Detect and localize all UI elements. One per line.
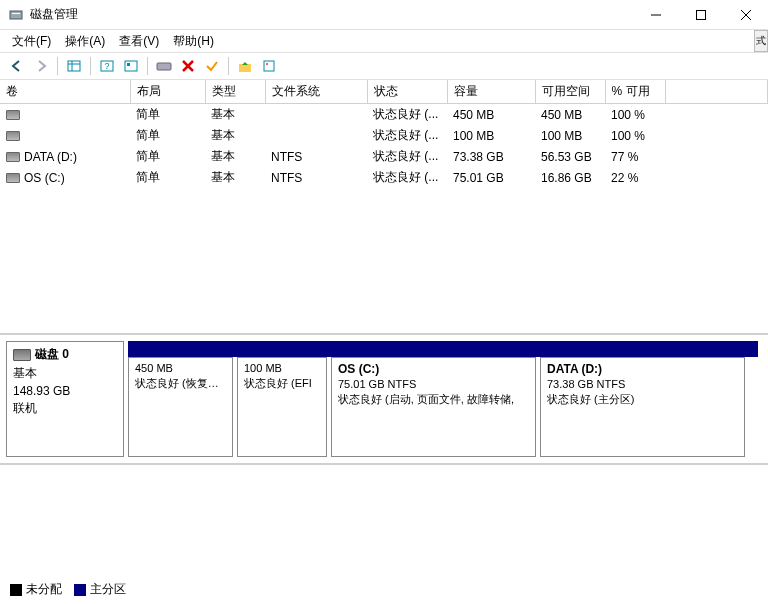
partition-title: OS (C:) [338, 362, 529, 376]
partition[interactable]: 100 MB状态良好 (EFI [237, 357, 327, 457]
col-status[interactable]: 状态 [367, 80, 447, 104]
delete-icon[interactable] [177, 55, 199, 77]
disk-graphical-view: 磁盘 0 基本 148.93 GB 联机 450 MB状态良好 (恢复分区100… [0, 335, 768, 465]
svg-rect-11 [125, 61, 137, 71]
volume-list[interactable]: 卷 布局 类型 文件系统 状态 容量 可用空间 % 可用 简单基本 状态良好 (… [0, 80, 768, 335]
partition-status: 状态良好 (恢复分区 [135, 376, 226, 391]
svg-text:?: ? [104, 61, 109, 71]
menu-help[interactable]: 帮助(H) [167, 31, 220, 52]
view-list-icon[interactable] [63, 55, 85, 77]
disk-name: 磁盘 0 [35, 346, 69, 363]
disk-info-panel[interactable]: 磁盘 0 基本 148.93 GB 联机 [6, 341, 124, 457]
disk-kind: 基本 [13, 365, 117, 382]
app-icon [8, 7, 24, 23]
svg-rect-1 [12, 13, 20, 14]
partition[interactable]: OS (C:)75.01 GB NTFS状态良好 (启动, 页面文件, 故障转储… [331, 357, 536, 457]
partition-status: 状态良好 (EFI [244, 376, 320, 391]
minimize-button[interactable] [633, 0, 678, 30]
col-layout[interactable]: 布局 [130, 80, 205, 104]
legend-swatch-primary [74, 584, 86, 596]
partition-title: DATA (D:) [547, 362, 738, 376]
check-icon[interactable] [201, 55, 223, 77]
volume-icon [6, 110, 20, 120]
folder-up-icon[interactable] [234, 55, 256, 77]
volume-icon [6, 131, 20, 141]
svg-rect-6 [68, 61, 80, 71]
volume-icon [6, 173, 20, 183]
side-tab[interactable]: 式 [754, 30, 768, 52]
col-capacity[interactable]: 容量 [447, 80, 535, 104]
table-row[interactable]: 简单基本 状态良好 (...450 MB450 MB100 % [0, 104, 768, 126]
back-button[interactable] [6, 55, 28, 77]
svg-rect-12 [127, 63, 130, 66]
table-row[interactable]: OS (C:) 简单基本NTFS 状态良好 (...75.01 GB16.86 … [0, 167, 768, 188]
maximize-button[interactable] [678, 0, 723, 30]
col-volume[interactable]: 卷 [0, 80, 130, 104]
legend: 未分配 主分区 [0, 465, 768, 604]
svg-rect-13 [157, 63, 171, 70]
table-row[interactable]: DATA (D:) 简单基本NTFS 状态良好 (...73.38 GB56.5… [0, 146, 768, 167]
partition-size: 450 MB [135, 362, 226, 374]
volume-icon [6, 152, 20, 162]
col-pctfree[interactable]: % 可用 [605, 80, 665, 104]
svg-point-18 [266, 63, 268, 65]
partition-status: 状态良好 (主分区) [547, 392, 738, 407]
menu-bar: 文件(F) 操作(A) 查看(V) 帮助(H) [0, 30, 768, 52]
partition[interactable]: 450 MB状态良好 (恢复分区 [128, 357, 233, 457]
disk-icon[interactable] [153, 55, 175, 77]
svg-rect-0 [10, 11, 22, 19]
menu-action[interactable]: 操作(A) [59, 31, 111, 52]
legend-primary: 主分区 [90, 581, 126, 598]
svg-rect-17 [264, 61, 274, 71]
table-row[interactable]: 简单基本 状态良好 (...100 MB100 MB100 % [0, 125, 768, 146]
partition-size: 75.01 GB NTFS [338, 378, 529, 390]
help-icon[interactable]: ? [96, 55, 118, 77]
partition-size: 100 MB [244, 362, 320, 374]
window-title: 磁盘管理 [30, 6, 633, 23]
title-bar: 磁盘管理 [0, 0, 768, 30]
disk-size: 148.93 GB [13, 384, 117, 398]
svg-rect-3 [696, 10, 705, 19]
partition-header-bar [128, 341, 758, 357]
properties-icon[interactable] [258, 55, 280, 77]
menu-view[interactable]: 查看(V) [113, 31, 165, 52]
menu-file[interactable]: 文件(F) [6, 31, 57, 52]
partition[interactable]: DATA (D:)73.38 GB NTFS状态良好 (主分区) [540, 357, 745, 457]
partition-status: 状态良好 (启动, 页面文件, 故障转储, [338, 392, 529, 407]
volume-name: DATA (D:) [24, 150, 77, 164]
disk-state: 联机 [13, 400, 117, 417]
close-button[interactable] [723, 0, 768, 30]
legend-unallocated: 未分配 [26, 581, 62, 598]
legend-swatch-unallocated [10, 584, 22, 596]
col-free[interactable]: 可用空间 [535, 80, 605, 104]
settings-icon[interactable] [120, 55, 142, 77]
col-type[interactable]: 类型 [205, 80, 265, 104]
disk-drive-icon [13, 349, 31, 361]
forward-button[interactable] [30, 55, 52, 77]
volume-name: OS (C:) [24, 171, 65, 185]
partition-size: 73.38 GB NTFS [547, 378, 738, 390]
col-fs[interactable]: 文件系统 [265, 80, 367, 104]
toolbar: ? [0, 52, 768, 80]
svg-rect-16 [239, 64, 251, 72]
